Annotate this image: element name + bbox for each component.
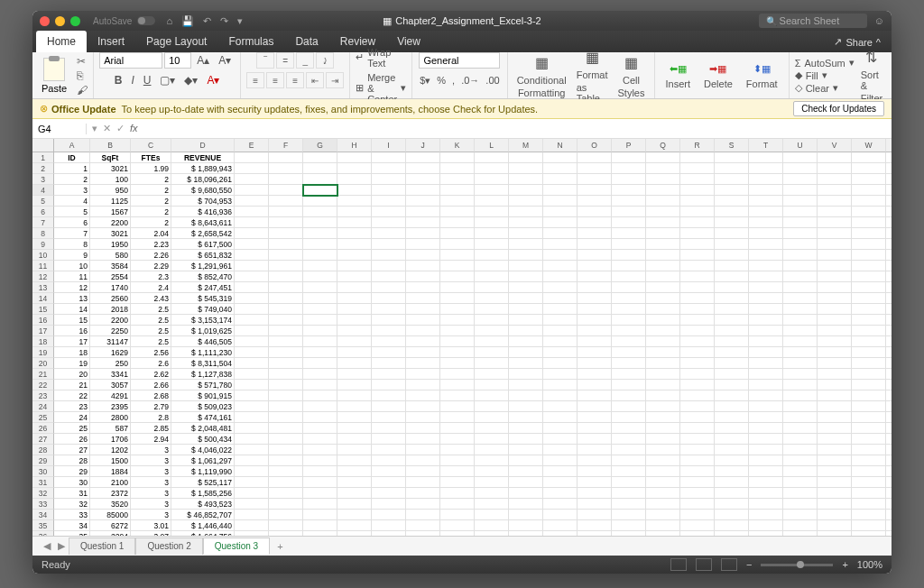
col-header-T[interactable]: T — [749, 139, 783, 152]
cell[interactable] — [475, 271, 509, 282]
cell[interactable] — [715, 250, 749, 261]
cell[interactable]: 2372 — [90, 488, 131, 499]
align-bottom-icon[interactable]: _ — [296, 52, 314, 69]
cell[interactable] — [818, 207, 852, 217]
cell[interactable]: $ 8,311,504 — [171, 358, 235, 369]
cell[interactable] — [372, 380, 406, 390]
cell[interactable] — [818, 445, 852, 455]
cell[interactable] — [749, 336, 783, 347]
cell[interactable] — [303, 261, 337, 271]
cell[interactable] — [818, 369, 852, 380]
row-header-9[interactable]: 9 — [32, 239, 54, 250]
cell[interactable] — [818, 336, 852, 347]
cell[interactable] — [612, 196, 646, 207]
cell[interactable] — [646, 315, 680, 326]
cell[interactable] — [337, 380, 372, 390]
cell[interactable] — [475, 207, 509, 217]
font-select[interactable] — [99, 52, 162, 69]
col-header-X[interactable]: X — [886, 139, 892, 152]
cell[interactable] — [680, 293, 715, 304]
cell[interactable] — [612, 390, 646, 401]
cell[interactable] — [509, 510, 543, 520]
cell[interactable] — [440, 163, 475, 174]
cell[interactable]: 6272 — [90, 520, 131, 531]
cell[interactable] — [818, 380, 852, 390]
cell[interactable] — [406, 380, 440, 390]
cell[interactable] — [269, 196, 303, 207]
cell[interactable] — [269, 315, 303, 326]
cell[interactable]: 2.66 — [131, 380, 171, 390]
minimize-button[interactable] — [55, 16, 65, 26]
cell[interactable] — [715, 163, 749, 174]
col-header-O[interactable]: O — [578, 139, 612, 152]
cell[interactable] — [372, 217, 406, 228]
cell[interactable]: 1567 — [90, 207, 131, 217]
cell[interactable] — [749, 423, 783, 434]
cell[interactable] — [715, 520, 749, 531]
row-header-27[interactable]: 27 — [32, 434, 54, 445]
cell[interactable] — [543, 174, 578, 185]
cell[interactable] — [406, 390, 440, 401]
cell[interactable] — [749, 531, 783, 536]
cell[interactable] — [475, 380, 509, 390]
sheet-tab-3[interactable]: Question 3 — [203, 537, 270, 555]
cell[interactable]: 2800 — [90, 412, 131, 423]
undo-icon[interactable]: ↶ — [203, 15, 211, 27]
cell[interactable] — [235, 228, 269, 239]
cell[interactable] — [475, 261, 509, 271]
cell[interactable] — [852, 358, 886, 369]
cell[interactable] — [372, 520, 406, 531]
row-header-11[interactable]: 11 — [32, 261, 54, 271]
cell[interactable]: 1706 — [90, 434, 131, 445]
cell[interactable] — [372, 282, 406, 293]
cell[interactable] — [509, 304, 543, 315]
cell[interactable] — [852, 423, 886, 434]
cell[interactable] — [269, 445, 303, 455]
cell[interactable] — [543, 499, 578, 510]
cell[interactable] — [680, 499, 715, 510]
cell[interactable] — [578, 228, 612, 239]
cell[interactable] — [783, 455, 818, 466]
cell[interactable] — [612, 358, 646, 369]
cell[interactable] — [475, 423, 509, 434]
cell[interactable] — [543, 347, 578, 358]
cell[interactable] — [440, 293, 475, 304]
cell[interactable] — [578, 510, 612, 520]
cell[interactable]: 2.23 — [131, 239, 171, 250]
cell[interactable] — [852, 185, 886, 196]
cell[interactable] — [372, 250, 406, 261]
cell[interactable] — [372, 261, 406, 271]
cell[interactable] — [818, 358, 852, 369]
cell[interactable]: 18 — [54, 347, 90, 358]
cell[interactable] — [680, 477, 715, 488]
cell[interactable] — [440, 390, 475, 401]
fill-button[interactable]: ◆ Fill ▾ — [795, 69, 855, 81]
cell[interactable] — [475, 282, 509, 293]
cell[interactable]: 9 — [54, 250, 90, 261]
col-header-U[interactable]: U — [783, 139, 818, 152]
cell[interactable] — [475, 347, 509, 358]
cell[interactable] — [612, 271, 646, 282]
cell[interactable] — [818, 390, 852, 401]
cell[interactable] — [406, 401, 440, 412]
cell[interactable] — [715, 499, 749, 510]
cell[interactable] — [406, 271, 440, 282]
cell[interactable] — [406, 228, 440, 239]
cell[interactable] — [578, 477, 612, 488]
cell[interactable] — [543, 477, 578, 488]
cell[interactable] — [852, 336, 886, 347]
cell[interactable] — [543, 390, 578, 401]
cell[interactable] — [269, 423, 303, 434]
cell[interactable] — [715, 455, 749, 466]
align-top-icon[interactable]: ‾ — [256, 52, 274, 69]
cell[interactable] — [303, 369, 337, 380]
col-header-L[interactable]: L — [475, 139, 509, 152]
cell[interactable] — [783, 228, 818, 239]
cell[interactable] — [680, 326, 715, 336]
cell[interactable] — [818, 152, 852, 163]
percent-icon[interactable]: % — [435, 75, 448, 87]
cell[interactable] — [578, 250, 612, 261]
cell[interactable] — [543, 412, 578, 423]
cell[interactable] — [440, 499, 475, 510]
home-icon[interactable]: ⌂ — [166, 15, 172, 27]
